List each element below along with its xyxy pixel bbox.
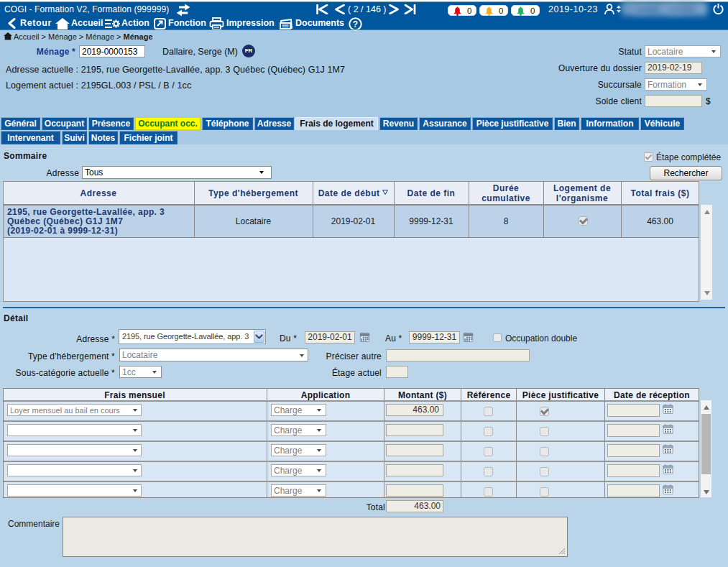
svg-text:?: ?	[353, 19, 358, 29]
